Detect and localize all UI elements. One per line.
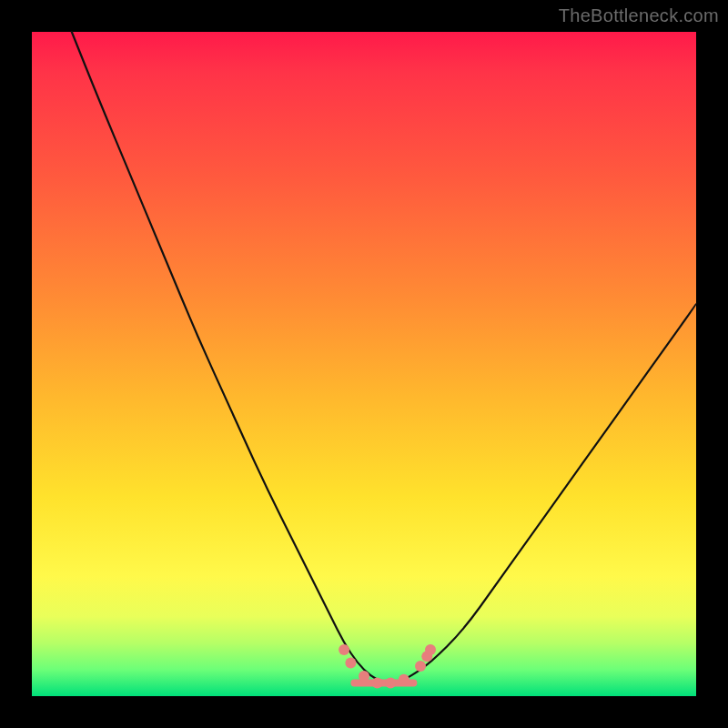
marker-dot [415,661,426,672]
chart-svg [32,32,696,696]
marker-dot [345,658,356,669]
marker-dot [372,677,383,688]
watermark-text: TheBottleneck.com [559,5,719,26]
bottleneck-curve [72,32,696,682]
marker-dot [425,644,436,655]
marker-group [339,644,436,689]
plot-area [32,32,696,696]
marker-dot [385,677,396,688]
marker-dot [339,644,349,655]
chart-frame: TheBottleneck.com [0,0,728,728]
marker-dot [399,674,410,685]
marker-dot [359,671,369,682]
